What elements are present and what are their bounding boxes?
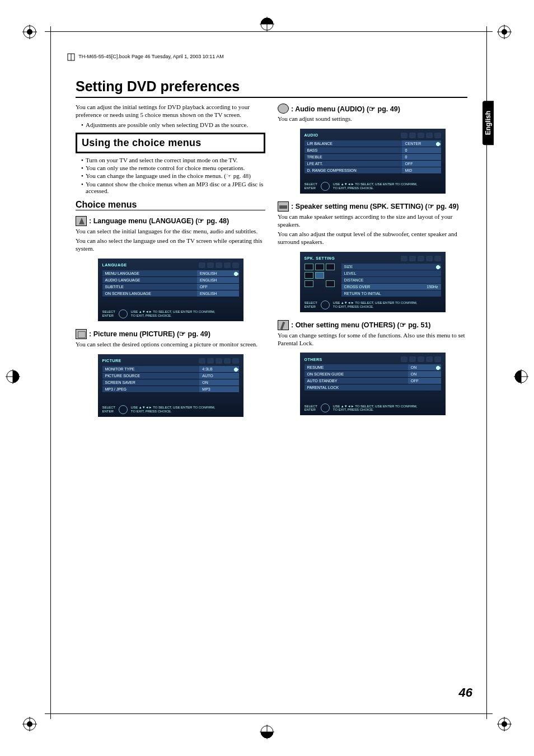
page-title: Setting DVD preferences <box>76 78 467 98</box>
language-heading: : Language menu (LANGUAGE) (☞ pg. 48) <box>76 216 265 226</box>
crop-mark-icon <box>260 725 274 739</box>
crop-mark-icon <box>22 25 37 39</box>
page-number: 46 <box>459 685 472 700</box>
intro-list: Adjustments are possible only when selec… <box>81 121 265 128</box>
book-icon <box>67 53 75 61</box>
body-text: You can change settings for some of the … <box>278 332 467 348</box>
body-text: You can also adjust the output level of … <box>278 231 467 246</box>
body-text: You can adjust sound settings. <box>278 115 467 123</box>
dpad-icon <box>119 309 128 318</box>
speaker-layout-icon <box>305 264 338 289</box>
dpad-icon <box>321 403 330 412</box>
osd-others-menu: OTHERS RESUMEON ON SCREEN GUIDEON AUTO S… <box>300 353 446 415</box>
list-item: You cannot show the choice menus when an… <box>81 181 265 194</box>
list-item: You can change the language used in the … <box>81 172 265 180</box>
language-icon <box>76 216 87 226</box>
dpad-icon <box>321 300 330 309</box>
picture-icon <box>76 329 87 339</box>
crop-mark-icon <box>22 717 37 731</box>
crop-mark-icon <box>514 369 528 384</box>
osd-audio-menu: AUDIO L/R BALANCECENTER BASS0 TREBLE0 LF… <box>300 129 446 194</box>
osd-language-menu: LANGUAGE MENU LANGUAGEENGLISH AUDIO LANG… <box>98 259 243 321</box>
dpad-icon <box>119 405 128 414</box>
osd-speaker-menu: SPK. SETTING SIZE LEVEL DISTANCE CROSS O… <box>300 252 446 312</box>
body-text: You can select the initial languages for… <box>76 228 265 236</box>
language-tab: English <box>483 101 494 145</box>
speaker-icon <box>278 201 289 212</box>
osd-picture-menu: PICTURE MONITOR TYPE4:3LB PICTURE SOURCE… <box>98 354 243 417</box>
speaker-heading: : Speaker setting menu (SPK. SETTING) (☞… <box>278 201 467 212</box>
crop-mark-icon <box>497 25 512 39</box>
box-list: Turn on your TV and select the correct i… <box>81 157 265 194</box>
header-text: TH-M65-55-45[C].book Page 46 Tuesday, Ap… <box>78 54 223 59</box>
dpad-icon <box>321 182 330 191</box>
wrench-icon <box>278 320 289 330</box>
list-item: You can only use the remote control for … <box>81 165 265 171</box>
others-heading: : Other setting menu (OTHERS) (☞ pg. 51) <box>278 320 467 330</box>
body-text: You can make speaker settings according … <box>278 213 467 229</box>
picture-heading: : Picture menu (PICTURE) (☞ pg. 49) <box>76 329 265 339</box>
body-text: You can select the desired options conce… <box>76 341 265 349</box>
crop-mark-icon <box>497 717 512 731</box>
choice-menus-heading: Choice menus <box>76 200 265 210</box>
section-box-title: Using the choice menus <box>76 133 265 153</box>
intro-text: You can adjust the initial settings for … <box>76 104 265 119</box>
print-header: TH-M65-55-45[C].book Page 46 Tuesday, Ap… <box>67 53 224 61</box>
crop-mark-icon <box>6 369 20 384</box>
audio-icon <box>278 104 289 114</box>
crop-mark-icon <box>260 17 274 31</box>
body-text: You can also select the language used on… <box>76 237 265 253</box>
audio-heading: : Audio menu (AUDIO) (☞ pg. 49) <box>278 104 467 114</box>
list-item: Adjustments are possible only when selec… <box>81 121 265 128</box>
list-item: Turn on your TV and select the correct i… <box>81 157 265 163</box>
